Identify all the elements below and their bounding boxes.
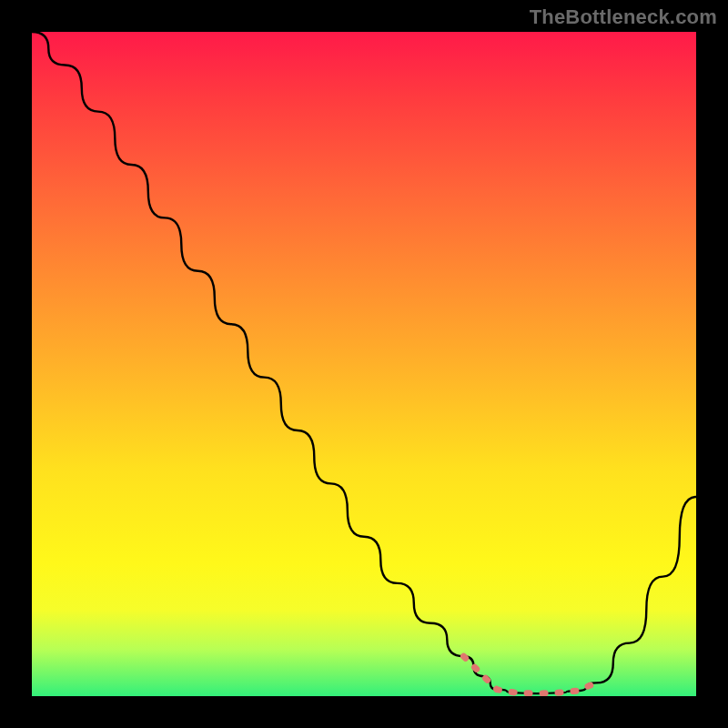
chart-plot-area	[32, 32, 696, 696]
curve-highlight-dots	[464, 656, 597, 693]
bottleneck-curve	[32, 32, 696, 696]
curve-line	[32, 32, 696, 693]
watermark-text: TheBottleneck.com	[530, 5, 717, 29]
